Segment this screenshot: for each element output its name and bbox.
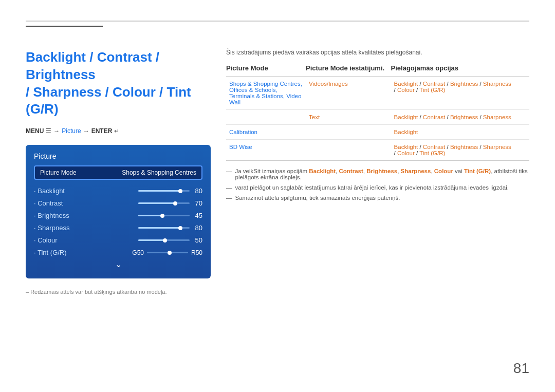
table-row: BD Wise Backlight / Contrast / Brightnes…	[226, 140, 529, 161]
note-dash-1: —	[226, 168, 232, 180]
picture-menu-box: Picture Picture Mode Shops & Shopping Ce…	[26, 145, 211, 278]
brightness-fill	[138, 215, 161, 216]
row2-adjustable: Backlight	[391, 125, 529, 140]
colour-track	[138, 239, 190, 241]
menu-icon: ☰	[46, 127, 51, 135]
backlight-value: 80	[190, 187, 202, 195]
notes-section: — Ja veikSit izmaiņas opcijām Backlight,…	[226, 168, 529, 201]
arrow1: →	[53, 127, 60, 135]
note-text-3: Samazinot attēla spilgtumu, tiek samazin…	[235, 195, 400, 201]
backlight-track	[138, 190, 190, 192]
colour-label: Colour	[34, 236, 80, 244]
colour-fill	[138, 239, 164, 241]
sharpness-label: Sharpness	[34, 224, 80, 232]
menu-path: MENU ☰ → Picture → ENTER ↵	[26, 127, 211, 135]
note-item-2: — varat pielāgot un saglabāt iestatījumu…	[226, 184, 529, 191]
backlight-slider-container[interactable]	[80, 190, 190, 192]
shops-mode-link[interactable]: Shops & Shopping Centres, Offices & Scho…	[229, 81, 302, 105]
tint-g-value: G50	[132, 249, 144, 256]
table-row: Calibration Backlight	[226, 125, 529, 140]
row1b-settings: Text	[306, 110, 391, 125]
picture-link[interactable]: Picture	[62, 127, 81, 135]
sharpness-slider-container[interactable]	[80, 227, 190, 229]
backlight-thumb	[178, 189, 182, 193]
picture-mode-label: Picture Mode	[40, 169, 77, 176]
footnote: – Redzamais attēls var būt atšķirīgs atk…	[26, 289, 211, 295]
col-header-adjustable: Pielāgojamās opcijas	[391, 64, 529, 77]
brightness-track	[138, 215, 190, 216]
note-item-1: — Ja veikSit izmaiņas opcijām Backlight,…	[226, 168, 529, 180]
tint-control[interactable]: G50 R50	[132, 249, 202, 256]
videos-images-link[interactable]: Videos/Images	[309, 81, 348, 87]
contrast-fill	[138, 202, 174, 204]
top-line	[26, 21, 529, 22]
enter-icon: ↵	[114, 127, 119, 135]
left-column: Backlight / Contrast / Brightness / Shar…	[26, 49, 211, 295]
page-number: 81	[513, 360, 529, 377]
table-row: Text Backlight / Contrast / Brightness /…	[226, 110, 529, 125]
sharpness-track	[138, 227, 190, 229]
text-link[interactable]: Text	[309, 114, 320, 120]
info-table: Picture Mode Picture Mode iestatījumi. P…	[226, 64, 529, 161]
colour-slider-container[interactable]	[80, 239, 190, 241]
chevron-down-icon[interactable]: ⌄	[34, 259, 202, 269]
bdwise-link[interactable]: BD Wise	[229, 144, 252, 150]
backlight-label: Backlight	[34, 187, 80, 195]
note-dash-2: —	[226, 184, 232, 191]
sharpness-item: Sharpness 80	[34, 224, 202, 232]
row3-mode: BD Wise	[226, 140, 306, 161]
row1-mode: Shops & Shopping Centres, Offices & Scho…	[226, 77, 306, 110]
page-title: Backlight / Contrast / Brightness / Shar…	[26, 49, 211, 118]
contrast-thumb	[173, 201, 177, 206]
col-header-mode: Picture Mode	[226, 64, 306, 77]
contrast-item: Contrast 70	[34, 199, 202, 207]
backlight-item: Backlight 80	[34, 187, 202, 195]
table-row: Shops & Shopping Centres, Offices & Scho…	[226, 77, 529, 110]
contrast-slider-container[interactable]	[80, 202, 190, 204]
row1b-mode	[226, 110, 306, 125]
row3-adjustable: Backlight / Contrast / Brightness / Shar…	[391, 140, 529, 161]
brightness-value: 45	[190, 212, 202, 219]
calibration-link[interactable]: Calibration	[229, 129, 257, 135]
picture-box-title: Picture	[34, 152, 202, 160]
contrast-value: 70	[190, 199, 202, 207]
picture-mode-bar[interactable]: Picture Mode Shops & Shopping Centres	[34, 165, 202, 180]
tint-thumb	[168, 251, 172, 255]
row2-settings	[306, 125, 391, 140]
tint-r-value: R50	[191, 249, 202, 256]
sharpness-value: 80	[190, 224, 202, 232]
row1-adjustable: Backlight / Contrast / Brightness / Shar…	[391, 77, 529, 110]
colour-value: 50	[190, 236, 202, 244]
brightness-slider-container[interactable]	[80, 215, 190, 216]
row1b-adjustable: Backlight / Contrast / Brightness / Shar…	[391, 110, 529, 125]
row3-settings	[306, 140, 391, 161]
tint-label: Tint (G/R)	[34, 249, 80, 256]
brightness-label: Brightness	[34, 212, 80, 219]
brightness-item: Brightness 45	[34, 212, 202, 219]
sharpness-fill	[138, 227, 179, 229]
sharpness-thumb	[178, 226, 182, 230]
note-text-2: varat pielāgot un saglabāt iestatījumus …	[235, 184, 509, 191]
tint-item: Tint (G/R) G50 R50	[34, 249, 202, 256]
contrast-track	[138, 202, 190, 204]
row1-adjustable-link: Backlight	[394, 81, 418, 87]
note-item-3: — Samazinot attēla spilgtumu, tiek samaz…	[226, 195, 529, 201]
enter-keyword: ENTER	[91, 127, 113, 135]
note-text-1: Ja veikSit izmaiņas opcijām Backlight, C…	[235, 168, 530, 180]
title-accent-line	[26, 26, 103, 27]
row1-settings: Videos/Images	[306, 77, 391, 110]
colour-thumb	[163, 238, 167, 242]
colour-item: Colour 50	[34, 236, 202, 244]
picture-mode-value: Shops & Shopping Centres	[122, 169, 196, 176]
right-column: Šis izstrādājums piedāvā vairākas opcija…	[226, 49, 529, 295]
tint-slider	[147, 252, 188, 253]
row2-mode: Calibration	[226, 125, 306, 140]
col-header-settings: Picture Mode iestatījumi.	[306, 64, 391, 77]
contrast-label: Contrast	[34, 199, 80, 207]
content-area: Backlight / Contrast / Brightness / Shar…	[26, 49, 529, 295]
arrow2: →	[83, 127, 89, 135]
backlight-fill	[138, 190, 179, 192]
note-dash-3: —	[226, 195, 232, 201]
intro-text: Šis izstrādājums piedāvā vairākas opcija…	[226, 49, 529, 56]
menu-keyword: MENU	[26, 127, 44, 135]
